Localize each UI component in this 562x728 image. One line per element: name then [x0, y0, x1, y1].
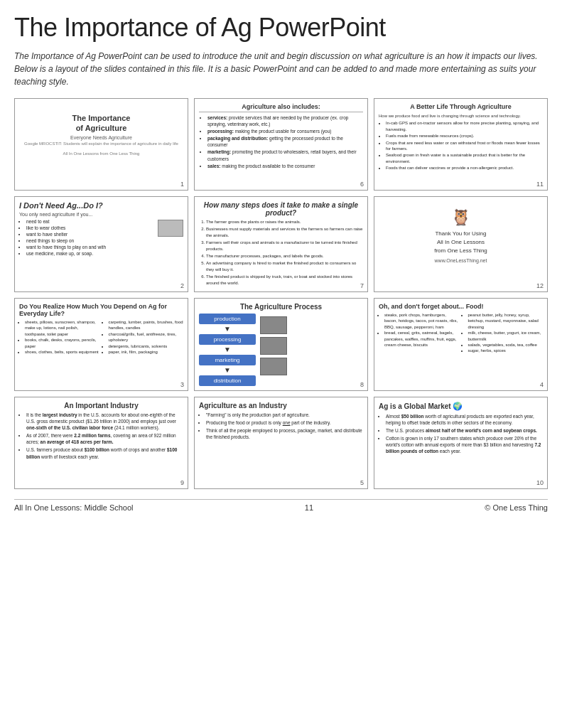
slide-4-col1-item-2: bread, cereal, grits, oatmeal, bagels, p…: [384, 330, 460, 348]
slide-2-bullet-5: want to have things to play on and with: [26, 244, 183, 250]
slide-3-col1: sheets, pillows, sunscreen, shampoo, mak…: [19, 319, 100, 355]
slide-6-number: 6: [360, 181, 364, 188]
slide-4-col2-item-4: sugar, herbs, spices: [468, 348, 544, 353]
slide-8: The Agriculture Process production ▼ pro…: [194, 298, 368, 391]
slide-2-bullet-6: use medicine, make up, or soap.: [26, 250, 183, 257]
slide-4-title: Oh, and don't forget about... Food!: [379, 303, 543, 310]
slide-5-bullet-2: Producing the food or product is only on…: [206, 419, 363, 426]
slide-8-distribution: distribution: [199, 375, 256, 386]
slide-6-bullet-4: marketing: promoting the product to whol…: [207, 149, 363, 161]
slide-8-title: The Agriculture Process: [199, 303, 363, 311]
slide-4-col2-item-2: milk, cheese, butter, yogurt, ice cream,…: [468, 330, 544, 342]
slide-9-bullet-3: U.S. farmers produce about $100 billion …: [26, 446, 183, 459]
footer-left: All In One Lessons: Middle School: [14, 503, 134, 512]
slide-8-arrow-1: ▼: [224, 326, 231, 333]
slide-11-title: A Better Life Through Agriculture: [379, 103, 543, 112]
slide-1-google: Google MROCSTIT: Students will explain t…: [19, 141, 183, 146]
slide-5-bullet-3: Think of all the people employed to proc…: [206, 427, 363, 440]
page: The Importance of Ag PowerPoint The Impo…: [0, 0, 562, 728]
slide-4-col2: peanut butter, jelly, honey, syrup, ketc…: [463, 312, 544, 354]
slide-7-step-2: Businesses must supply materials and ser…: [206, 226, 363, 239]
slide-8-flow: production ▼ processing ▼ marketing ▼ di…: [199, 314, 256, 386]
slide-2-image: [158, 220, 183, 237]
slide-8-img-3: [260, 358, 287, 375]
slide-10-number: 10: [536, 479, 544, 486]
slide-7-step-1: The farmer grows the plants or raises th…: [206, 219, 363, 225]
slide-3-col2: carpeting, lumber, paints, brushes, food…: [103, 319, 184, 355]
slide-8-layout: production ▼ processing ▼ marketing ▼ di…: [199, 314, 363, 386]
slide-3-columns: sheets, pillows, sunscreen, shampoo, mak…: [19, 319, 183, 355]
slide-3-col1-item-3: shoes, clothes, belts, sports equipment: [25, 349, 100, 355]
slide-4-number: 4: [540, 381, 544, 388]
globe-icon: 🌍: [453, 402, 463, 410]
slide-12-number: 12: [536, 282, 544, 289]
slide-11-bullet-5: Foods that can deliver vaccines or provi…: [386, 165, 543, 171]
slide-6: Agriculture also includes: services: pro…: [194, 98, 368, 191]
slide-8-marketing: marketing: [199, 355, 256, 365]
slide-12-thank-you: Thank You for Using All In One Lessons f…: [379, 230, 543, 255]
slide-2-intro: You only need agriculture if you...: [19, 212, 183, 217]
slide-10-title: Ag is a Global Market 🌍: [379, 402, 543, 411]
slide-8-images: [260, 316, 287, 375]
slide-1-bottom: All In One Lessons from One Less Thing: [19, 151, 183, 156]
slide-6-bullet-1: services: provide services that are need…: [207, 114, 363, 127]
slide-8-number: 8: [360, 381, 364, 388]
slide-4-col1: steaks, pork chops, hamburgers, bacon, h…: [379, 312, 460, 354]
slide-12-url: www.OneLessThing.net: [379, 258, 543, 263]
slide-11-bullets: In-cab GPS and on-tractor sensors allow …: [379, 120, 543, 171]
slide-7-steps: The farmer grows the plants or raises th…: [199, 219, 363, 287]
slide-9-bullet-1: It is the largest industry in the U.S. a…: [26, 412, 183, 431]
slide-2-title: I Don't Need Ag...Do I?: [19, 201, 183, 210]
slide-7-step-3: Farmers sell their crops and animals to …: [206, 240, 363, 252]
slide-11-intro: How we produce food and live is changing…: [379, 114, 543, 119]
slide-3-col2-item-4: paper, ink, film, packaging: [109, 349, 184, 355]
slide-6-bullet-2: processing: making the product usable fo…: [207, 128, 363, 134]
slide-7-number: 7: [360, 282, 364, 289]
slide-5-bullet-1: "Farming" is only the production part of…: [206, 412, 363, 418]
slide-1-number: 1: [180, 181, 184, 188]
slide-3-col2-item-2: charcoal/grills, fuel, antifreeze, tires…: [109, 331, 184, 343]
slide-11-bullet-3: Crops that are need less water or can wi…: [386, 140, 543, 152]
slide-4-col2-item-3: salads, vegetables, soda, tea, coffee: [468, 342, 544, 348]
slide-3: Do You Realize How Much You Depend on Ag…: [14, 298, 188, 391]
slide-2: I Don't Need Ag...Do I? You only need ag…: [14, 196, 188, 292]
one-less-thing-logo: 🦉: [379, 208, 543, 227]
slide-3-col1-item-1: sheets, pillows, sunscreen, shampoo, mak…: [25, 319, 100, 337]
subtitle: The Importance of Ag PowerPoint can be u…: [14, 50, 548, 88]
slide-3-col2-item-1: carpeting, lumber, paints, brushes, food…: [109, 319, 184, 331]
slide-2-bullet-4: need things to sleep on: [26, 237, 183, 244]
slide-12-content: 🦉 Thank You for Using All In One Lessons…: [379, 201, 543, 263]
slide-7-title: How many steps does it take to make a si…: [199, 201, 363, 217]
slide-9-bullet-2: As of 2007, there were 2.2 million farms…: [26, 432, 183, 445]
slide-9-bullets: It is the largest industry in the U.S. a…: [19, 412, 183, 460]
slide-8-production: production: [199, 314, 256, 324]
slide-11-number: 11: [536, 181, 544, 188]
slide-2-number: 2: [180, 282, 184, 289]
main-title: The Importance of Ag PowerPoint: [14, 13, 548, 43]
slide-6-bullet-5: sales: making the product available to t…: [207, 163, 363, 169]
slide-9-title: An Important Industry: [19, 402, 183, 410]
slide-4-columns: steaks, pork chops, hamburgers, bacon, h…: [379, 312, 543, 354]
slide-1-title: The Importanceof Agriculture: [19, 113, 183, 134]
slide-1-sub: Everyone Needs Agriculture: [19, 135, 183, 140]
slide-10-bullets: Almost $50 billion worth of agricultural…: [379, 413, 543, 455]
slide-9: An Important Industry It is the largest …: [14, 397, 188, 489]
slide-6-bullet-3: packaging and distribution: getting the …: [207, 135, 363, 148]
slide-5-bullets: "Farming" is only the production part of…: [199, 412, 363, 440]
slide-4-col1-item-1: steaks, pork chops, hamburgers, bacon, h…: [384, 312, 460, 330]
slide-10-bullet-1: Almost $50 billion worth of agricultural…: [386, 413, 543, 426]
slide-10-bullet-3: Cotton is grown in only 17 southern stat…: [386, 435, 543, 454]
slide-11-bullet-2: Fuels made from renewable resources (cro…: [386, 133, 543, 139]
footer-right: © One Less Thing: [485, 503, 548, 512]
slide-8-arrow-3: ▼: [224, 367, 231, 374]
slide-11-bullet-4: Seafood grown in fresh water is a sustai…: [386, 152, 543, 164]
slide-5: Agriculture as an Industry "Farming" is …: [194, 397, 368, 489]
footer: All In One Lessons: Middle School 11 © O…: [14, 499, 548, 512]
slide-7-step-6: The finished product is shipped by truck…: [206, 274, 363, 287]
slide-4: Oh, and don't forget about... Food! stea…: [374, 298, 548, 391]
slide-4-col2-item-1: peanut butter, jelly, honey, syrup, ketc…: [468, 312, 544, 330]
slide-7: How many steps does it take to make a si…: [194, 196, 368, 292]
slide-8-img-1: [260, 316, 287, 334]
slide-11: A Better Life Through Agriculture How we…: [374, 98, 548, 191]
slide-6-bullets: services: provide services that are need…: [199, 114, 363, 169]
